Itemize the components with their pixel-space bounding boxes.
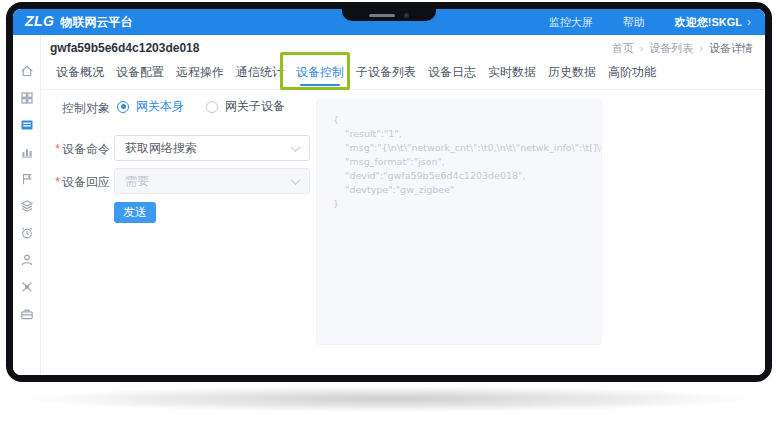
tab-subdevice-list[interactable]: 子设备列表 xyxy=(356,55,416,91)
chevron-right-icon: › xyxy=(747,15,751,29)
json-line: "devid":"gwfa59b5e6d4c1203de018", xyxy=(333,169,585,183)
breadcrumb: 首页 › 设备列表 › 设备详情 xyxy=(612,41,753,56)
tab-device-log[interactable]: 设备日志 xyxy=(428,55,476,91)
radio-label: 网关子设备 xyxy=(225,98,285,115)
zlg-logo: ZLG xyxy=(25,13,55,29)
user-menu[interactable]: 欢迎您!SKGL › xyxy=(675,15,751,30)
device-command-select[interactable]: 获取网络搜索 xyxy=(114,135,310,161)
flag-icon[interactable] xyxy=(20,172,34,186)
header-links: 监控大屏 帮助 欢迎您!SKGL › xyxy=(549,15,751,30)
tab-comm-statistics[interactable]: 通信统计 xyxy=(236,55,284,91)
welcome-text: 欢迎您!SKGL xyxy=(675,15,742,30)
control-target-label: 控制对象 xyxy=(42,100,110,117)
monitor-shadow xyxy=(30,386,748,412)
breadcrumb-bar: gwfa59b5e6d4c1203de018 首页 › 设备列表 › 设备详情 xyxy=(42,35,765,57)
breadcrumb-separator-icon: › xyxy=(640,42,644,54)
user-icon[interactable] xyxy=(20,253,34,267)
send-button[interactable]: 发送 xyxy=(114,202,156,223)
platform-name: 物联网云平台 xyxy=(61,14,133,31)
briefcase-icon[interactable] xyxy=(20,307,34,321)
control-target-radio-group: 网关本身 网关子设备 xyxy=(117,98,285,115)
json-line: "devtype":"gw_zigbee" xyxy=(333,183,585,197)
device-response-select[interactable]: 需要 xyxy=(114,168,310,194)
json-line: { xyxy=(333,113,585,127)
page: ZLG 物联网云平台 监控大屏 帮助 欢迎您!SKGL › xyxy=(0,0,778,422)
device-response-label: *设备回应 xyxy=(42,174,110,191)
tools-icon[interactable] xyxy=(20,280,34,294)
tab-device-control[interactable]: 设备控制 xyxy=(296,55,344,91)
breadcrumb-separator-icon: › xyxy=(699,42,703,54)
alarm-clock-icon[interactable] xyxy=(20,226,34,240)
json-line: "result":"1", xyxy=(333,127,585,141)
main-area: gwfa59b5e6d4c1203de018 首页 › 设备列表 › 设备详情 … xyxy=(42,35,765,375)
chevron-down-icon xyxy=(291,142,301,152)
screen: ZLG 物联网云平台 监控大屏 帮助 欢迎您!SKGL › xyxy=(13,9,765,375)
camera-dot-icon xyxy=(404,13,409,18)
device-id: gwfa59b5e6d4c1203de018 xyxy=(50,41,199,55)
layers-icon[interactable] xyxy=(20,199,34,213)
breadcrumb-device-detail: 设备详情 xyxy=(709,41,753,56)
required-mark: * xyxy=(55,175,60,189)
speaker-slot-icon xyxy=(369,14,395,17)
home-icon[interactable] xyxy=(20,64,34,78)
monitor-notch xyxy=(342,9,436,21)
json-line: } xyxy=(333,197,585,211)
device-control-panel: 控制对象 网关本身 网关子设备 *设备命令 xyxy=(42,91,765,375)
radio-gateway-subdevice[interactable]: 网关子设备 xyxy=(206,98,285,115)
json-line: "msg_format":"json", xyxy=(333,155,585,169)
tab-device-config[interactable]: 设备配置 xyxy=(116,55,164,91)
help-link[interactable]: 帮助 xyxy=(623,15,645,30)
dashboard-grid-icon[interactable] xyxy=(20,91,34,105)
device-response-placeholder: 需要 xyxy=(125,173,149,190)
radio-label: 网关本身 xyxy=(136,98,184,115)
tab-advanced-features[interactable]: 高阶功能 xyxy=(608,55,656,91)
radio-unselected-icon xyxy=(206,101,218,113)
tab-device-overview[interactable]: 设备概况 xyxy=(56,55,104,91)
tab-remote-operation[interactable]: 远程操作 xyxy=(176,55,224,91)
radio-gateway-itself[interactable]: 网关本身 xyxy=(117,98,184,115)
monitor-frame: ZLG 物联网云平台 监控大屏 帮助 欢迎您!SKGL › xyxy=(6,2,772,382)
tab-bar: 设备概况 设备配置 远程操作 通信统计 设备控制 子设备列表 设备日志 实时数据… xyxy=(42,57,765,90)
tab-realtime-data[interactable]: 实时数据 xyxy=(488,55,536,91)
tab-history-data[interactable]: 历史数据 xyxy=(548,55,596,91)
device-command-label: *设备命令 xyxy=(42,141,110,158)
json-line: "msg":"{\n\t\"network_cnt\":\t0,\n\t\"ne… xyxy=(333,141,585,155)
sidebar xyxy=(13,35,41,375)
chevron-down-icon xyxy=(291,175,301,185)
response-json-panel: { "result":"1", "msg":"{\n\t\"network_cn… xyxy=(316,99,602,345)
brand-logo: ZLG 物联网云平台 xyxy=(25,13,133,31)
monitor-screen-link[interactable]: 监控大屏 xyxy=(549,15,593,30)
breadcrumb-device-list[interactable]: 设备列表 xyxy=(649,41,693,56)
breadcrumb-home[interactable]: 首页 xyxy=(612,41,634,56)
bar-chart-icon[interactable] xyxy=(20,145,34,159)
required-mark: * xyxy=(55,142,60,156)
device-list-icon[interactable] xyxy=(20,118,34,132)
radio-selected-icon xyxy=(117,101,129,113)
device-command-value: 获取网络搜索 xyxy=(125,140,197,157)
